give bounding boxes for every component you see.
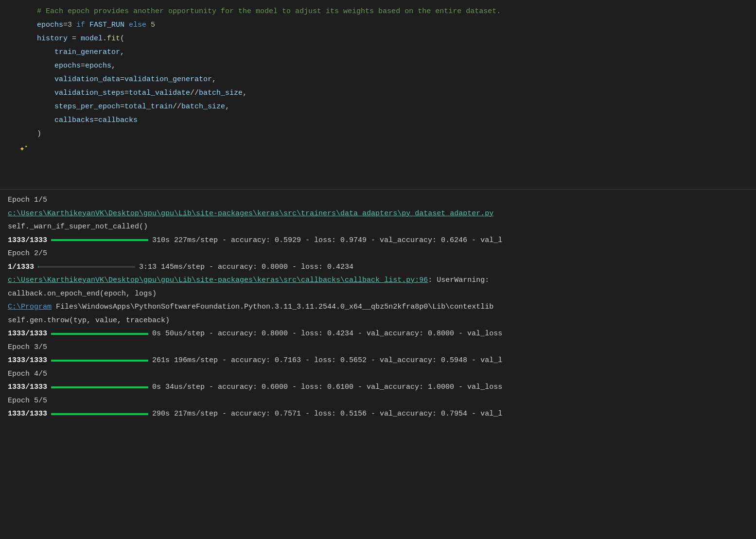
comment-text: # Each epoch provides another opportunit… <box>19 6 501 17</box>
epoch-3-label: Epoch 3/5 <box>0 341 756 354</box>
output-panel: Epoch 1/5 c:\Users\KarthikeyanVK\Desktop… <box>0 190 756 425</box>
epoch-2-program-link[interactable]: C:\Program Files\WindowsApps\PythonSoftw… <box>0 300 756 314</box>
code-line-empty <box>0 157 756 171</box>
code-line-callbacks: callbacks=callbacks <box>0 114 756 127</box>
epoch-2-progress-partial: 1/1333 3:13 145ms/step - accuracy: 0.800… <box>0 261 756 274</box>
epoch-2-progress-complete: 1333/1333 0s 50us/step - accuracy: 0.800… <box>0 327 756 341</box>
code-line-val-steps: validation_steps=total_validate//batch_s… <box>0 87 756 100</box>
epoch-3-progress: 1333/1333 261s 196ms/step - accuracy: 0.… <box>0 354 756 367</box>
code-line-steps-per-epoch: steps_per_epoch=total_train//batch_size, <box>0 100 756 114</box>
code-line-epochs: epochs=3 if FAST_RUN else 5 <box>0 18 756 32</box>
code-line-history: history = model.fit( <box>0 32 756 46</box>
code-line-train-gen: train_generator, <box>0 46 756 59</box>
epoch-1-label: Epoch 1/5 <box>0 193 756 207</box>
epoch-1-file-link[interactable]: c:\Users\KarthikeyanVK\Desktop\gpu\gpu\L… <box>0 207 756 221</box>
sparkle-icon: ✦✦ <box>19 142 28 156</box>
epoch-2-callback-method: callback.on_epoch_end(epoch, logs) <box>0 287 756 301</box>
epoch-5-progress: 1333/1333 290s 217ms/step - accuracy: 0.… <box>0 407 756 421</box>
epoch-2-gen-throw: self.gen.throw(typ, value, traceback) <box>0 314 756 328</box>
code-line-comment: # Each epoch provides another opportunit… <box>0 5 756 18</box>
epoch-2-callback-link[interactable]: c:\Users\KarthikeyanVK\Desktop\gpu\gpu\L… <box>0 274 756 287</box>
code-line-epochs-param: epochs=epochs, <box>0 59 756 73</box>
epoch-1-progress: 1333/1333 310s 227ms/step - accuracy: 0.… <box>0 234 756 247</box>
code-line-close-paren: ) <box>0 127 756 141</box>
code-line-val-data: validation_data=validation_generator, <box>0 73 756 87</box>
code-line-empty2 <box>0 171 756 184</box>
code-line-sparkle: ✦✦ <box>0 141 756 157</box>
epoch-2-label: Epoch 2/5 <box>0 247 756 261</box>
epoch-1-warn-method: self._warn_if_super_not_called() <box>0 220 756 234</box>
epoch-5-label: Epoch 5/5 <box>0 394 756 408</box>
epoch-4-progress: 1333/1333 0s 34us/step - accuracy: 0.600… <box>0 381 756 394</box>
epoch-4-label: Epoch 4/5 <box>0 367 756 381</box>
code-editor: # Each epoch provides another opportunit… <box>0 0 756 190</box>
